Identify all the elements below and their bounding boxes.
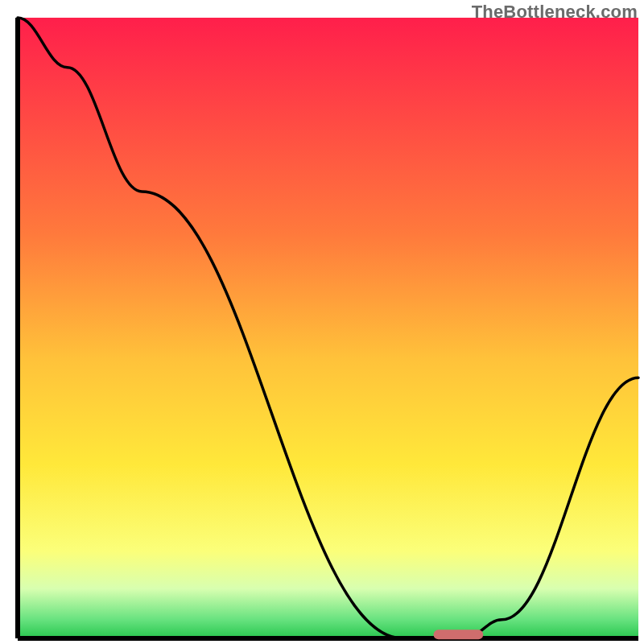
- plot-background: [18, 18, 638, 638]
- optimal-zone-marker: [434, 630, 484, 639]
- watermark-text: TheBottleneck.com: [472, 2, 638, 23]
- bottleneck-chart: [0, 0, 644, 644]
- chart-stage: TheBottleneck.com: [0, 0, 644, 644]
